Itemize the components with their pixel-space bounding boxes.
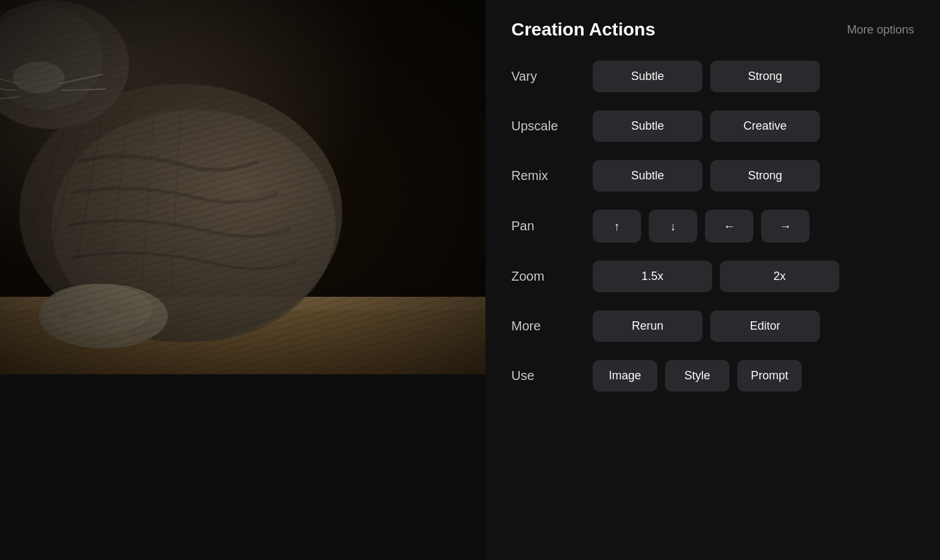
vary-label: Vary [511, 69, 582, 84]
pan-up-button[interactable]: ↑ [593, 210, 641, 243]
svg-rect-0 [0, 0, 485, 374]
svg-point-26 [58, 313, 68, 319]
more-label: More [511, 319, 582, 334]
svg-point-20 [39, 284, 168, 348]
pan-buttons: ↑ ↓ ← → [593, 210, 810, 243]
pan-label: Pan [511, 219, 582, 234]
svg-rect-1 [0, 0, 485, 374]
more-row: More Rerun Editor [511, 310, 914, 342]
svg-point-27 [84, 308, 94, 315]
upscale-creative-button[interactable]: Creative [710, 110, 820, 142]
editor-button[interactable]: Editor [710, 310, 820, 342]
more-buttons: Rerun Editor [593, 310, 820, 342]
use-label: Use [511, 368, 582, 383]
image-panel [0, 0, 485, 560]
svg-line-8 [77, 110, 103, 258]
svg-point-21 [42, 284, 152, 335]
svg-rect-2 [0, 297, 485, 374]
upscale-subtle-button[interactable]: Subtle [593, 110, 702, 142]
svg-rect-30 [0, 0, 485, 374]
svg-rect-3 [0, 297, 485, 310]
svg-line-17 [0, 97, 19, 100]
pan-right-button[interactable]: → [761, 210, 810, 243]
vary-subtle-button[interactable]: Subtle [593, 61, 702, 92]
actions-header: Creation Actions More options [511, 19, 914, 40]
pan-row: Pan ↑ ↓ ← → [511, 210, 914, 243]
use-prompt-button[interactable]: Prompt [737, 360, 802, 392]
svg-line-15 [0, 74, 19, 84]
upscale-label: Upscale [511, 119, 582, 134]
arrow-down-icon: ↓ [670, 220, 676, 233]
remix-strong-button[interactable]: Strong [710, 160, 820, 192]
pan-left-button[interactable]: ← [705, 210, 753, 243]
image-bottom [0, 374, 485, 560]
svg-line-16 [0, 87, 16, 90]
arrow-up-icon: ↑ [614, 220, 620, 233]
svg-rect-29 [0, 0, 485, 374]
zoom-buttons: 1.5x 2x [593, 261, 839, 292]
cat-svg [0, 0, 485, 374]
vary-strong-button[interactable]: Strong [710, 61, 820, 92]
more-options-link[interactable]: More options [847, 23, 914, 37]
zoom-row: Zoom 1.5x 2x [511, 261, 914, 292]
remix-row: Remix Subtle Strong [511, 160, 914, 192]
remix-label: Remix [511, 168, 582, 183]
pan-down-button[interactable]: ↓ [649, 210, 697, 243]
svg-line-6 [32, 129, 65, 226]
svg-point-22 [50, 295, 79, 318]
svg-point-5 [52, 110, 336, 342]
svg-point-14 [13, 61, 65, 94]
svg-line-10 [142, 100, 155, 284]
remix-buttons: Subtle Strong [593, 160, 820, 192]
svg-line-11 [171, 103, 181, 290]
svg-line-7 [52, 116, 84, 245]
svg-point-12 [0, 0, 129, 129]
svg-point-28 [110, 308, 120, 315]
arrow-right-icon: → [780, 220, 792, 233]
zoom-2x-button[interactable]: 2x [720, 261, 839, 292]
remix-subtle-button[interactable]: Subtle [593, 160, 702, 192]
upscale-row: Upscale Subtle Creative [511, 110, 914, 142]
svg-line-9 [110, 103, 129, 271]
svg-point-25 [126, 296, 152, 317]
svg-line-18 [58, 74, 103, 84]
use-image-button[interactable]: Image [593, 360, 657, 392]
zoom-label: Zoom [511, 269, 582, 284]
svg-line-19 [61, 89, 107, 90]
use-buttons: Image Style Prompt [593, 360, 802, 392]
zoom-1-5-button[interactable]: 1.5x [593, 261, 712, 292]
cat-image [0, 0, 485, 374]
svg-point-24 [102, 290, 130, 314]
svg-point-4 [19, 84, 342, 342]
svg-point-13 [0, 6, 103, 110]
upscale-buttons: Subtle Creative [593, 110, 820, 142]
svg-point-23 [76, 290, 105, 314]
vary-row: Vary Subtle Strong [511, 61, 914, 92]
actions-panel: Creation Actions More options Vary Subtl… [485, 0, 940, 560]
page-title: Creation Actions [511, 19, 655, 40]
rerun-button[interactable]: Rerun [593, 310, 702, 342]
arrow-left-icon: ← [724, 220, 735, 233]
vary-buttons: Subtle Strong [593, 61, 820, 92]
use-row: Use Image Style Prompt [511, 360, 914, 392]
use-style-button[interactable]: Style [665, 360, 730, 392]
